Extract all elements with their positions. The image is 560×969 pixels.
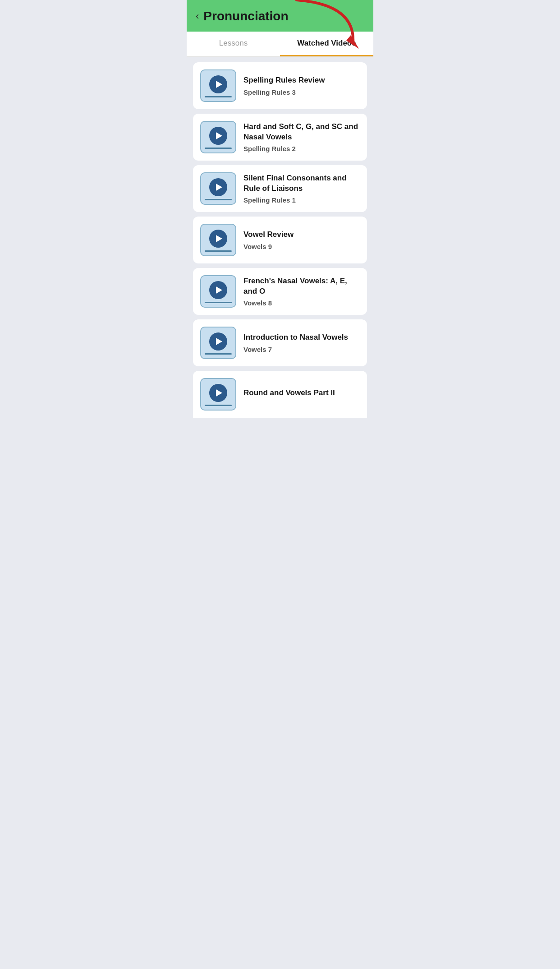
play-button-3 (209, 178, 227, 196)
page-title: Pronunciation (203, 9, 288, 23)
video-info-2: Hard and Soft C, G, and SC and Nasal Vow… (243, 122, 360, 152)
play-button-partial (209, 384, 227, 402)
video-card-partial[interactable]: Round and Vowels Part II (193, 371, 367, 418)
play-icon-4 (216, 235, 222, 242)
play-button-4 (209, 230, 227, 248)
video-thumbnail-5 (200, 275, 236, 308)
video-info-1: Spelling Rules Review Spelling Rules 3 (243, 75, 360, 96)
video-subtitle-3: Spelling Rules 1 (243, 196, 360, 204)
video-list: Spelling Rules Review Spelling Rules 3 H… (187, 57, 373, 423)
video-thumbnail-3 (200, 172, 236, 205)
video-title-4: Vowel Review (243, 230, 360, 240)
video-thumbnail-1 (200, 69, 236, 102)
video-subtitle-5: Vowels 8 (243, 299, 360, 307)
play-button-2 (209, 127, 227, 145)
video-title-5: French's Nasal Vowels: A, E, and O (243, 276, 360, 296)
video-title-3: Silent Final Consonants and Rule of Liai… (243, 173, 360, 193)
video-card-4[interactable]: Vowel Review Vowels 9 (193, 217, 367, 263)
video-title-1: Spelling Rules Review (243, 75, 360, 85)
play-button-1 (209, 75, 227, 93)
play-icon-1 (216, 81, 222, 88)
video-card-5[interactable]: French's Nasal Vowels: A, E, and O Vowel… (193, 268, 367, 315)
video-title-partial: Round and Vowels Part II (243, 388, 360, 398)
video-card-3[interactable]: Silent Final Consonants and Rule of Liai… (193, 165, 367, 212)
play-icon-5 (216, 286, 222, 294)
tabs-bar: Lessons Watched Videos (187, 32, 373, 57)
video-info-6: Introduction to Nasal Vowels Vowels 7 (243, 332, 360, 353)
video-subtitle-1: Spelling Rules 3 (243, 88, 360, 96)
video-card-2[interactable]: Hard and Soft C, G, and SC and Nasal Vow… (193, 114, 367, 161)
video-title-2: Hard and Soft C, G, and SC and Nasal Vow… (243, 122, 360, 142)
video-card-6[interactable]: Introduction to Nasal Vowels Vowels 7 (193, 319, 367, 366)
video-card-1[interactable]: Spelling Rules Review Spelling Rules 3 (193, 62, 367, 109)
video-info-3: Silent Final Consonants and Rule of Liai… (243, 173, 360, 203)
video-subtitle-6: Vowels 7 (243, 346, 360, 353)
video-info-4: Vowel Review Vowels 9 (243, 230, 360, 250)
play-icon-6 (216, 338, 222, 345)
back-icon: ‹ (196, 10, 199, 22)
play-icon-3 (216, 184, 222, 191)
video-title-6: Introduction to Nasal Vowels (243, 332, 360, 342)
play-button-6 (209, 332, 227, 351)
tab-watched-videos[interactable]: Watched Videos (280, 32, 373, 56)
video-thumbnail-2 (200, 121, 236, 153)
header: ‹ Pronunciation (187, 0, 373, 32)
video-subtitle-2: Spelling Rules 2 (243, 145, 360, 152)
video-info-5: French's Nasal Vowels: A, E, and O Vowel… (243, 276, 360, 306)
video-info-partial: Round and Vowels Part II (243, 388, 360, 401)
play-button-5 (209, 281, 227, 299)
video-thumbnail-partial (200, 378, 236, 411)
play-icon-2 (216, 132, 222, 139)
back-button[interactable]: ‹ (196, 10, 199, 22)
video-thumbnail-6 (200, 327, 236, 359)
video-thumbnail-4 (200, 224, 236, 256)
play-icon-partial (216, 389, 222, 397)
video-subtitle-4: Vowels 9 (243, 243, 360, 250)
tab-lessons[interactable]: Lessons (187, 32, 280, 56)
